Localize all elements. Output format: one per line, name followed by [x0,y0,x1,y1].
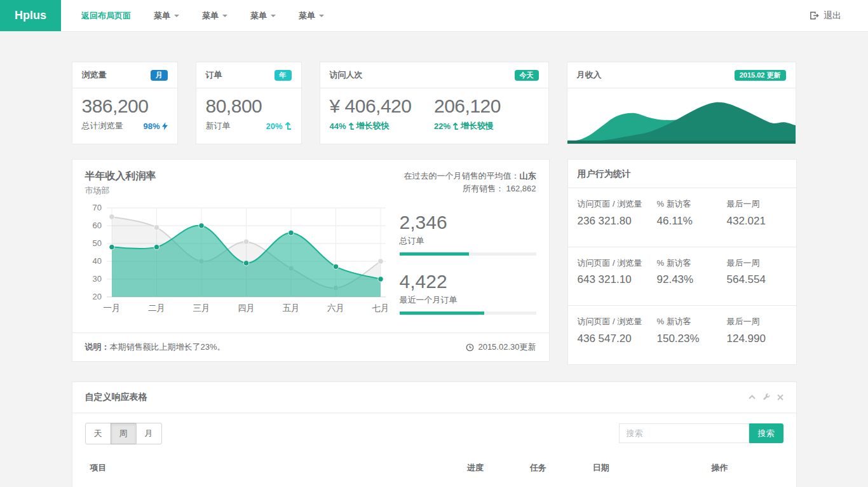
period-badge: 今天 [515,70,539,81]
stat-label: % 新访客 [657,257,722,270]
caret-down-icon [271,15,276,17]
menu-dropdown-3[interactable]: 菜单 [239,0,287,31]
svg-text:四月: 四月 [238,303,255,313]
user-behavior-panel: 用户行为统计 访问页面 / 浏览量236 321.80 % 新访客46.11% … [567,159,797,365]
caret-down-icon [319,15,324,17]
period-badge: 年 [275,70,292,81]
stat-label: % 新访客 [657,315,722,328]
col-header-task: 任务 [525,457,588,480]
stat-label: 访问页面 / 浏览量 [578,315,642,328]
custom-table: 项目 进度 任务 日期 操作 [85,457,783,480]
sign-out-icon [810,11,819,20]
card-monthly-income: 月收入 2015.02 更新 [567,62,796,144]
stat-label: 新订单 [206,120,231,132]
search-button[interactable]: 搜索 [749,423,783,443]
settings-wrench-button[interactable] [763,394,770,401]
svg-text:50: 50 [92,238,101,248]
clock-icon [466,343,474,352]
avg-label: 在过去的一个月销售的平均值： [404,171,520,181]
search-input[interactable] [619,423,749,443]
stat-label: 最后一周 [727,198,787,210]
updated-text: 2015.02.30更新 [478,341,536,353]
svg-text:六月: 六月 [327,303,344,313]
svg-text:40: 40 [92,256,101,266]
tab-month-button[interactable]: 月 [136,423,162,444]
col-header-project: 项目 [85,457,462,480]
svg-text:60: 60 [92,221,101,230]
sales-label: 所有销售： [463,184,504,193]
menu-label: 菜单 [250,10,267,22]
half-year-profit-panel: 半年收入利润率 市场部 在过去的一个月销售的平均值：山东 所有销售： 162,8… [72,159,550,362]
growth-label: 增长较慢 [461,120,494,132]
stat-value: 436 547.20 [578,333,657,345]
bolt-icon [162,122,168,130]
stat-value: 206,120 [434,95,539,117]
stat-value: 236 321.80 [578,215,657,228]
responsive-table-panel: 自定义响应表格 天 周 月 搜索 [72,381,797,487]
card-title: 月收入 [577,69,602,81]
logout-button[interactable]: 退出 [798,0,853,31]
card-page-views: 浏览量 月 386,200 总计浏览量 98% [72,62,178,144]
collapse-button[interactable] [749,394,756,400]
caret-down-icon [174,15,179,17]
panel-title: 自定义响应表格 [85,392,147,403]
svg-text:七月: 七月 [371,303,388,313]
level-up-icon [285,122,292,130]
stat-label: 访问页面 / 浏览量 [578,257,642,270]
stat-value: 80,800 [206,95,292,117]
card-visits: 访问人次 今天 ¥ 406,420 44%增长较快 206,120 22%增长较… [320,62,549,144]
stat-value: 386,200 [82,95,168,117]
stat-value: 432.021 [727,215,787,228]
half-year-profit-line-chart: 203040506070一月二月三月四月五月六月七月 [85,202,388,320]
top-navbar: Hplus 返回布局页面 菜单 菜单 菜单 菜单 退出 [0,0,868,32]
stat-value: ¥ 406,420 [330,95,435,117]
note-label: 说明： [85,342,110,352]
stat-label: 最后一周 [727,315,787,328]
panel-title: 用户行为统计 [568,160,796,188]
svg-text:二月: 二月 [148,303,165,313]
panel-title: 半年收入利润率 [85,170,156,183]
total-orders-value: 2,346 [400,212,536,233]
svg-text:30: 30 [92,274,101,284]
stat-cards-row: 浏览量 月 386,200 总计浏览量 98% 订单 年 80,800 新订单 [72,62,797,144]
panel-subtitle: 市场部 [85,185,156,196]
brand-logo[interactable]: Hplus [0,0,61,31]
svg-text:一月: 一月 [103,303,120,313]
card-title: 订单 [206,69,222,81]
level-up-icon [348,123,355,130]
total-orders-progress [400,252,536,256]
sales-value: 162,862 [506,184,536,193]
month-orders-label: 最近一个月订单 [400,294,536,306]
stat-percent: 20% [266,121,282,131]
menu-dropdown-4[interactable]: 菜单 [287,0,336,31]
logout-label: 退出 [824,10,841,22]
stat-value: 124.990 [727,333,787,345]
svg-text:五月: 五月 [282,303,299,313]
stat-value: 92.43% [657,273,727,286]
tab-day-button[interactable]: 天 [85,423,111,444]
updated-badge: 2015.02 更新 [735,70,786,81]
stat-percent: 44% [330,121,346,131]
month-orders-value: 4,422 [400,271,536,292]
stat-label: 总计浏览量 [82,120,123,132]
level-up-icon [452,123,459,130]
menu-label: 菜单 [202,10,219,22]
stat-value: 150.23% [657,333,727,345]
svg-text:三月: 三月 [193,303,210,313]
period-badge: 月 [151,70,168,81]
back-to-layout-link[interactable]: 返回布局页面 [70,0,142,31]
card-orders: 订单 年 80,800 新订单 20% [196,62,302,144]
menu-dropdown-2[interactable]: 菜单 [191,0,239,31]
svg-text:70: 70 [92,203,101,212]
stat-value: 643 321.10 [578,273,657,286]
menu-label: 菜单 [299,10,315,22]
close-button[interactable] [777,394,783,401]
monthly-income-area-chart [567,88,796,144]
menu-dropdown-1[interactable]: 菜单 [142,0,191,31]
user-stats-row: 访问页面 / 浏览量436 547.20 % 新访客150.23% 最后一周12… [568,306,796,364]
stat-percent: 98% [143,121,159,131]
user-stats-row: 访问页面 / 浏览量236 321.80 % 新访客46.11% 最后一周432… [568,188,796,247]
stat-label: 最后一周 [727,257,787,270]
growth-label: 增长较快 [356,120,390,132]
tab-week-button[interactable]: 周 [111,423,137,444]
